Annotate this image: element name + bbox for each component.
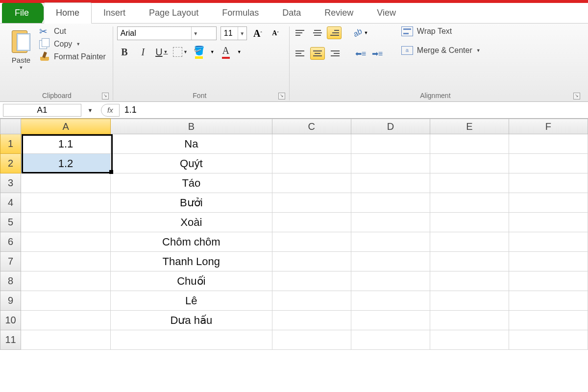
row-header[interactable]: 9 xyxy=(0,291,21,311)
cell-A8[interactable] xyxy=(21,271,111,291)
cell-B11[interactable] xyxy=(111,330,272,350)
wrap-text-button[interactable]: Wrap Text xyxy=(401,26,481,36)
row-header[interactable]: 11 xyxy=(0,330,21,350)
cell-B8[interactable]: Chuối xyxy=(111,271,272,291)
cell-F5[interactable] xyxy=(509,213,588,232)
cell-C8[interactable] xyxy=(272,271,351,291)
cell-E9[interactable] xyxy=(430,291,509,311)
cell-C7[interactable] xyxy=(272,252,351,271)
col-header-C[interactable]: C xyxy=(272,119,351,134)
cell-D1[interactable] xyxy=(351,134,430,154)
cell-C9[interactable] xyxy=(272,291,351,311)
tab-home[interactable]: Home xyxy=(44,2,92,24)
tab-insert[interactable]: Insert xyxy=(92,3,137,23)
cell-F6[interactable] xyxy=(509,232,588,252)
cell-F11[interactable] xyxy=(509,330,588,350)
cell-B2[interactable]: Quýt xyxy=(111,154,272,173)
cell-C3[interactable] xyxy=(272,173,351,193)
cell-B10[interactable]: Dưa hấu xyxy=(111,311,272,330)
cell-E3[interactable] xyxy=(430,173,509,193)
tab-data[interactable]: Data xyxy=(270,3,313,23)
bold-button[interactable]: B xyxy=(117,45,132,59)
align-middle-button[interactable] xyxy=(310,26,325,39)
tab-file[interactable]: File xyxy=(2,3,42,23)
cell-F7[interactable] xyxy=(509,252,588,271)
cell-C1[interactable] xyxy=(272,134,351,154)
row-header[interactable]: 3 xyxy=(0,173,21,193)
cell-F8[interactable] xyxy=(509,271,588,291)
fill-color-button[interactable]: 🪣 xyxy=(192,45,206,59)
cell-E8[interactable] xyxy=(430,271,509,291)
cell-E11[interactable] xyxy=(430,330,509,350)
chevron-down-icon[interactable]: ▼ xyxy=(210,49,215,54)
tab-page-layout[interactable]: Page Layout xyxy=(137,3,210,23)
alignment-launcher[interactable]: ↘ xyxy=(573,93,580,99)
italic-button[interactable]: I xyxy=(136,45,150,59)
cell-A3[interactable] xyxy=(21,173,111,193)
tab-review[interactable]: Review xyxy=(313,3,365,23)
increase-indent-button[interactable]: ➡≡ xyxy=(370,47,385,60)
align-top-button[interactable] xyxy=(294,26,308,39)
cell-C11[interactable] xyxy=(272,330,351,350)
cell-D6[interactable] xyxy=(351,232,430,252)
row-header[interactable]: 5 xyxy=(0,213,21,232)
cell-F4[interactable] xyxy=(509,193,588,213)
cell-C10[interactable] xyxy=(272,311,351,330)
align-bottom-button[interactable] xyxy=(327,26,342,39)
font-name-combo[interactable]: ▼ xyxy=(117,26,217,40)
col-header-F[interactable]: F xyxy=(509,119,588,134)
cell-E7[interactable] xyxy=(430,252,509,271)
cell-C6[interactable] xyxy=(272,232,351,252)
cell-F3[interactable] xyxy=(509,173,588,193)
cell-D8[interactable] xyxy=(351,271,430,291)
font-size-input[interactable] xyxy=(221,29,238,38)
cell-D10[interactable] xyxy=(351,311,430,330)
col-header-B[interactable]: B xyxy=(111,119,272,134)
row-header[interactable]: 4 xyxy=(0,193,21,213)
cell-D2[interactable] xyxy=(351,154,430,173)
cell-E6[interactable] xyxy=(430,232,509,252)
cell-A1[interactable]: 1.1 xyxy=(21,134,111,154)
cell-F2[interactable] xyxy=(509,154,588,173)
font-launcher[interactable]: ↘ xyxy=(278,93,285,99)
chevron-down-icon[interactable]: ▼ xyxy=(238,27,246,40)
cell-B9[interactable]: Lê xyxy=(111,291,272,311)
cell-F9[interactable] xyxy=(509,291,588,311)
fx-icon[interactable]: fx xyxy=(107,106,113,114)
cell-D3[interactable] xyxy=(351,173,430,193)
cell-E1[interactable] xyxy=(430,134,509,154)
cell-A6[interactable] xyxy=(21,232,111,252)
chevron-down-icon[interactable]: ▼ xyxy=(237,49,242,54)
cell-A7[interactable] xyxy=(21,252,111,271)
row-header[interactable]: 10 xyxy=(0,311,21,330)
cell-D11[interactable] xyxy=(351,330,430,350)
col-header-A[interactable]: A xyxy=(21,119,111,134)
font-name-input[interactable] xyxy=(118,29,191,38)
col-header-D[interactable]: D xyxy=(351,119,430,134)
cell-F10[interactable] xyxy=(509,311,588,330)
cell-D9[interactable] xyxy=(351,291,430,311)
col-header-E[interactable]: E xyxy=(430,119,509,134)
borders-button[interactable]: ▼ xyxy=(173,45,188,59)
cell-B4[interactable]: Bưởi xyxy=(111,193,272,213)
cell-B3[interactable]: Táo xyxy=(111,173,272,193)
format-painter-button[interactable]: Format Painter xyxy=(39,52,106,62)
cell-A5[interactable] xyxy=(21,213,111,232)
cell-A11[interactable] xyxy=(21,330,111,350)
cut-button[interactable]: ✂ Cut xyxy=(39,26,106,36)
select-all-corner[interactable] xyxy=(0,119,21,134)
align-left-button[interactable] xyxy=(294,47,308,60)
grow-font-button[interactable]: Aˆ xyxy=(251,27,265,40)
paste-button[interactable]: Paste ▼ xyxy=(8,26,34,71)
row-header[interactable]: 8 xyxy=(0,271,21,291)
cell-C4[interactable] xyxy=(272,193,351,213)
cell-B1[interactable]: Na xyxy=(111,134,272,154)
cell-E10[interactable] xyxy=(430,311,509,330)
clipboard-launcher[interactable]: ↘ xyxy=(102,93,109,99)
cell-E5[interactable] xyxy=(430,213,509,232)
cell-E2[interactable] xyxy=(430,154,509,173)
underline-button[interactable]: U▼ xyxy=(154,45,169,59)
cell-C5[interactable] xyxy=(272,213,351,232)
shrink-font-button[interactable]: Aˇ xyxy=(269,27,282,40)
align-center-button[interactable] xyxy=(310,47,325,60)
